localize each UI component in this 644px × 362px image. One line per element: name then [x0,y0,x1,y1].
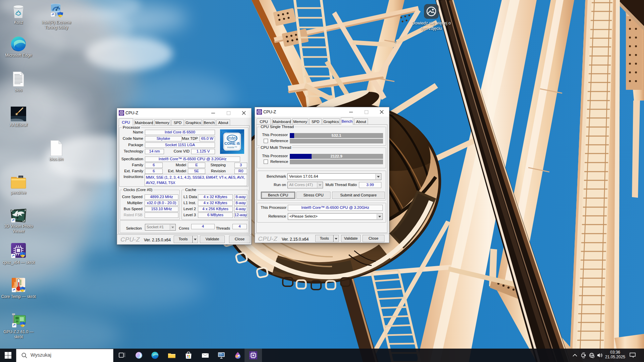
svg-text:inside™: inside™ [227,146,237,149]
svg-text:CORE i5: CORE i5 [224,141,240,145]
